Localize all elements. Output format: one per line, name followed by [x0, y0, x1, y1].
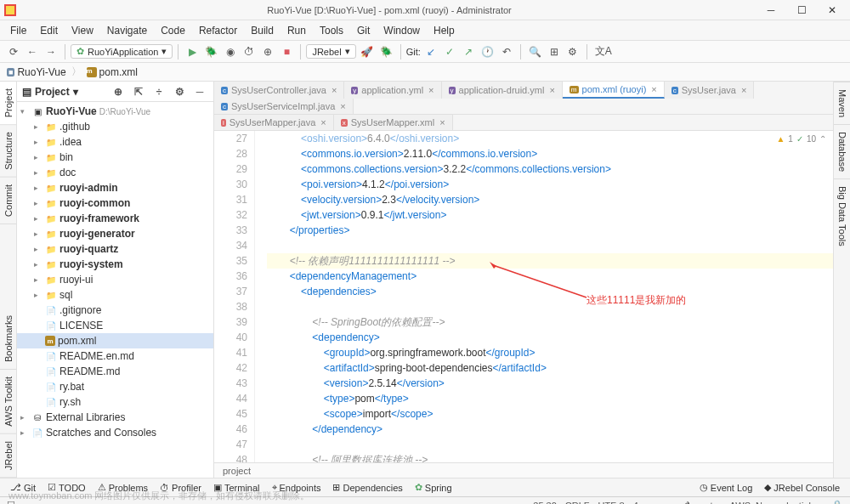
hide-icon[interactable]: ─: [191, 83, 208, 100]
tree-item[interactable]: 📄.gitignore: [17, 303, 213, 318]
stop-icon[interactable]: ■: [278, 43, 295, 60]
code-editor[interactable]: ▲1 ✓10 ⌃ 2728293031323334353637383940414…: [214, 131, 833, 462]
code-line[interactable]: <!-- SpringBoot的依赖配置-->: [267, 314, 833, 330]
git-update-icon[interactable]: ↙: [422, 43, 439, 60]
tab-bigdata[interactable]: Big Data Tools: [834, 178, 850, 253]
tab-close-icon[interactable]: ×: [439, 117, 445, 127]
expand-arrow-icon[interactable]: ▾: [20, 107, 29, 116]
git-history-icon[interactable]: 🕐: [479, 43, 496, 60]
git-rollback-icon[interactable]: ↶: [498, 43, 515, 60]
code-line[interactable]: <scope>import</scope>: [267, 406, 833, 422]
tree-external-libs[interactable]: ▸ ⛁ External Libraries: [17, 410, 213, 425]
settings-icon[interactable]: ⚙: [171, 83, 188, 100]
code-line[interactable]: <artifactId>spring-boot-dependencies</ar…: [267, 360, 833, 376]
menu-build[interactable]: Build: [244, 22, 280, 39]
tab-database[interactable]: Database: [834, 124, 850, 178]
tab-close-icon[interactable]: ×: [340, 101, 345, 111]
menu-help[interactable]: Help: [427, 22, 462, 39]
editor-tab[interactable]: cSysUserServiceImpl.java×: [214, 99, 354, 114]
tab-aws[interactable]: AWS Toolkit: [0, 370, 16, 434]
close-button[interactable]: ✕: [818, 2, 847, 19]
tool-spring[interactable]: ✿Spring: [410, 480, 457, 495]
editor-tab[interactable]: yapplication.yml×: [344, 82, 441, 99]
locate-icon[interactable]: ⊕: [110, 83, 127, 100]
expand-arrow-icon[interactable]: ▸: [34, 275, 42, 284]
code-line[interactable]: </dependency>: [267, 422, 833, 437]
tool-terminal[interactable]: ▣Terminal: [208, 480, 265, 495]
code-line[interactable]: <commons.collections.version>3.2.2</comm…: [267, 161, 833, 177]
code-content[interactable]: 这些11111是我新加的 <oshi.version>6.4.0</oshi.v…: [255, 131, 833, 462]
menu-edit[interactable]: Edit: [33, 22, 65, 39]
expand-arrow-icon[interactable]: ▸: [34, 153, 42, 161]
editor-tab[interactable]: iSysUserMapper.java×: [214, 115, 334, 130]
code-line[interactable]: <poi.version>4.1.2</poi.version>: [267, 177, 833, 192]
tree-item[interactable]: 📄README.en.md: [17, 348, 213, 364]
code-line[interactable]: <velocity.version>2.3</velocity.version>: [267, 192, 833, 207]
breadcrumb-root[interactable]: ■ RuoYi-Vue: [7, 66, 66, 78]
debug-icon[interactable]: 🪲: [202, 43, 220, 60]
run-icon[interactable]: ▶: [184, 43, 201, 60]
translate-icon[interactable]: 文A: [592, 43, 615, 60]
profile-icon[interactable]: ⏱: [241, 43, 258, 60]
tab-close-icon[interactable]: ×: [549, 85, 554, 95]
status-branch[interactable]: ⎇master: [679, 500, 722, 504]
forward-icon[interactable]: →: [42, 43, 60, 60]
tool-jrebel-console[interactable]: ◆JRebel Console: [759, 480, 845, 495]
jrebel-debug-icon[interactable]: 🪲: [377, 43, 395, 60]
tool-problems[interactable]: ⚠Problems: [93, 480, 153, 495]
tree-item[interactable]: ▸📁doc: [17, 165, 213, 180]
code-line[interactable]: <commons.io.version>2.11.0</commons.io.v…: [267, 146, 833, 161]
tab-commit[interactable]: Commit: [0, 178, 16, 224]
status-indent[interactable]: 4 spaces: [633, 501, 671, 505]
tree-item[interactable]: ▸📁ruoyi-quartz: [17, 241, 213, 257]
collapse-icon[interactable]: ÷: [150, 83, 167, 100]
maximize-button[interactable]: ☐: [787, 2, 816, 19]
tool-endpoints[interactable]: ⌖Endpoints: [267, 480, 326, 495]
tree-root[interactable]: ▾ ▣ RuoYi-Vue D:\RuoYi-Vue: [17, 104, 213, 119]
tab-close-icon[interactable]: ×: [428, 85, 434, 95]
tool-git[interactable]: ⎇Git: [5, 480, 41, 495]
code-line[interactable]: <!-- 阿里数据库连接池 -->: [267, 452, 833, 462]
code-line[interactable]: <jwt.version>0.9.1</jwt.version>: [267, 207, 833, 223]
editor-tab[interactable]: xSysUserMapper.xml×: [334, 115, 453, 130]
tree-item[interactable]: mpom.xml: [17, 333, 213, 348]
expand-arrow-icon[interactable]: ▸: [34, 138, 42, 146]
expand-arrow-icon[interactable]: ▸: [34, 214, 42, 223]
status-eol[interactable]: CRLF: [565, 501, 590, 505]
tree-item[interactable]: ▸📁sql: [17, 287, 213, 303]
tree-item[interactable]: ▸📁ruoyi-framework: [17, 211, 213, 226]
status-ide[interactable]: ☐: [7, 500, 15, 504]
expand-arrow-icon[interactable]: ▸: [34, 122, 42, 131]
breadcrumb-file[interactable]: m pom.xml: [87, 66, 138, 78]
attach-icon[interactable]: ⊕: [259, 43, 276, 60]
code-line[interactable]: <dependencies>: [267, 284, 833, 299]
tab-close-icon[interactable]: ×: [332, 85, 337, 95]
tab-close-icon[interactable]: ×: [741, 85, 746, 95]
tree-item[interactable]: ▸📁ruoyi-ui: [17, 272, 213, 287]
tool-todo[interactable]: ☑TODO: [42, 480, 91, 495]
code-breadcrumb[interactable]: project: [214, 462, 833, 478]
menu-file[interactable]: File: [3, 22, 33, 39]
expand-arrow-icon[interactable]: ▸: [34, 291, 42, 299]
code-line[interactable]: <oshi.version>6.4.0</oshi.version>: [267, 131, 833, 146]
tool-eventlog[interactable]: ◷Event Log: [694, 480, 758, 495]
tree-item[interactable]: ▸📁ruoyi-admin: [17, 180, 213, 195]
tab-close-icon[interactable]: ×: [651, 84, 656, 94]
tree-item[interactable]: ▸📁ruoyi-generator: [17, 226, 213, 241]
menu-refactor[interactable]: Refactor: [192, 22, 244, 39]
tab-jrebel[interactable]: JRebel: [0, 434, 16, 478]
minimize-button[interactable]: ─: [756, 2, 785, 19]
menu-git[interactable]: Git: [350, 22, 377, 39]
gutter[interactable]: 2728293031323334353637383940414243444546…: [214, 131, 255, 462]
menu-view[interactable]: View: [65, 22, 100, 39]
tab-maven[interactable]: Maven: [834, 82, 850, 124]
menu-window[interactable]: Window: [377, 22, 427, 39]
expand-arrow-icon[interactable]: ▸: [34, 184, 42, 192]
expand-arrow-icon[interactable]: ▸: [20, 413, 29, 422]
code-line[interactable]: [267, 299, 833, 314]
editor-tab[interactable]: cSysUser.java×: [665, 82, 755, 99]
git-push-icon[interactable]: ↗: [460, 43, 477, 60]
jrebel-run-icon[interactable]: 🚀: [358, 43, 376, 60]
tree-item[interactable]: 📄ry.sh: [17, 394, 213, 410]
tree-item[interactable]: ▸📁bin: [17, 150, 213, 165]
